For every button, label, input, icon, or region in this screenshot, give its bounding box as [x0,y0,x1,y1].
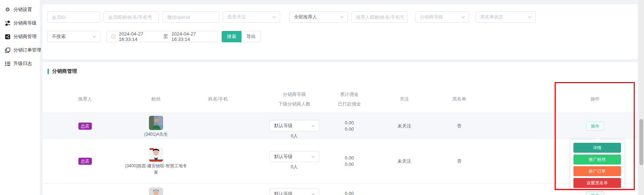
gear-icon: ⚙ [5,7,11,13]
section-title-bar [48,69,49,74]
fan-name: (3401)A先生 [144,131,168,137]
table-row: 总店 (3400)陈霞-建安物联-智慧工地专家 默认等级 0人 0.00 0.0… [43,139,638,184]
sidebar-item-distribution-settings[interactable]: ⚙ 分销设置 [0,3,40,16]
blacklist-status: 否 [433,139,486,183]
header-commission: 累计佣金已打款佣金 [323,85,376,113]
level-select[interactable]: 分销商等级 [415,11,469,23]
sidebar-item-distributor-management[interactable]: 分销商管理 [0,30,40,43]
filter-panel: 是否关注 全部推荐人 分销商等级 黑名单状态 不搜索 2024-04-27 16… [43,4,638,59]
referrer-badge: 总店 [78,123,92,130]
openid-input[interactable] [167,15,215,20]
sidebar-item-label: 分销商等级 [13,20,37,26]
member-id-input-wrap [47,11,100,23]
search-button[interactable]: 搜索 [222,31,242,42]
blacklist-status-select[interactable]: 黑名单状态 [476,11,536,23]
chevron-down-icon [311,192,315,195]
nickname-input[interactable] [108,15,155,20]
commission-paid: 0.00 [345,161,354,168]
row-action-button[interactable]: 操作 [586,121,604,131]
share-square-icon [5,34,11,40]
clock-icon [111,34,116,39]
vertical-scrollbar[interactable] [639,0,644,195]
blacklist-select-value: 黑名单状态 [480,14,503,20]
chevron-down-icon [92,34,96,39]
menu-item-set-blacklist[interactable]: 设置黑名单 [573,178,621,188]
referrer-name-input-wrap [351,11,407,23]
search-mode-value: 不搜索 [52,33,66,40]
date-range-picker[interactable]: 2024-04-27 16:33:14 至 2024-04-27 16:33:1… [106,31,217,42]
row-level-select[interactable]: 默认等级 [270,120,319,131]
avatar [149,147,163,162]
level-select-value: 分销商等级 [420,14,443,20]
header-actions: 操作 [555,85,635,113]
follow-select[interactable]: 是否关注 [223,11,280,23]
header-blacklist: 黑名单 [433,85,486,113]
header-level: 分销商等级下级分销商人数 [259,85,330,113]
chevron-down-icon [461,15,465,19]
copy-icon [5,47,11,53]
row-level-select[interactable]: 默认等级 [270,188,319,195]
sidebar-item-label: 分销订单管理 [13,47,41,53]
blacklist-status: 否 [433,113,486,139]
menu-item-promote-orders[interactable]: 推广订单 [573,166,621,176]
commission-total: 0.00 [345,190,354,195]
follow-status: 未关注 [378,113,431,139]
row-level-value: 默认等级 [274,123,293,129]
chevron-down-icon [311,155,315,159]
search-mode-select[interactable]: 不搜索 [47,31,100,42]
menu-item-promote-fans[interactable]: 推广粉丝 [573,155,621,164]
sidebar: ⚙ 分销设置 分销商等级 分销商管理 分销订单管理 升级日志 [0,0,40,195]
chevron-down-icon [528,15,532,19]
chevron-down-icon [340,15,344,19]
name-phone-cell [190,139,246,183]
follow-select-value: 是否关注 [227,14,246,20]
sidebar-item-distribution-orders[interactable]: 分销订单管理 [0,43,40,57]
date-separator: 至 [163,33,168,40]
row-level-value: 默认等级 [274,153,293,160]
sub-distributor-count: 0人 [291,133,298,139]
avatar [149,116,163,130]
scrollbar-thumb[interactable] [639,119,643,165]
commission-total: 0.00 [345,155,354,161]
header-fan: 粉丝 [122,85,190,113]
nickname-input-wrap [104,11,159,23]
commission-total: 0.00 [345,120,354,126]
row-level-select[interactable]: 默认等级 [270,151,319,162]
action-dropdown-menu: 详情 推广粉丝 推广订单 设置黑名单 [570,139,624,189]
openid-input-wrap [162,11,219,23]
referrer-name-input[interactable] [356,15,404,20]
referrer-select[interactable]: 全部推荐人 [289,11,348,23]
chevron-down-icon [311,124,315,128]
table-row: 总店 (3401)A先生 默认等级 0人 0.00 0.00 未关注 否 操作 [43,113,638,139]
sidebar-item-distributor-level[interactable]: 分销商等级 [0,16,40,30]
follow-status: 未关注 [378,139,431,183]
header-name-phone: 姓名/手机 [190,85,246,113]
table-header: 推荐人 粉丝 姓名/手机 分销商等级下级分销商人数 累计佣金已打款佣金 关注 黑… [43,85,638,113]
export-button[interactable]: 导出 [242,31,261,42]
date-start: 2024-04-27 16:33:14 [119,31,160,42]
sub-distributor-count: 0人 [291,164,298,170]
list-icon [5,61,11,67]
sidebar-item-label: 分销商管理 [13,33,37,40]
header-follow: 关注 [378,85,431,113]
member-id-input[interactable] [52,15,96,20]
table-row: 默认等级 0.00 操作 [43,184,638,195]
row-action-button[interactable]: 操作 [586,191,604,195]
date-end: 2024-04-27 16:33:14 [171,31,213,42]
sliders-icon [5,20,11,26]
menu-item-detail[interactable]: 详情 [573,143,621,153]
referrer-select-value: 全部推荐人 [294,14,317,20]
fan-name: (3400)陈霞-建安物联-智慧工地专家 [123,163,189,175]
sidebar-item-label: 升级日志 [13,60,32,67]
name-phone-cell [190,113,246,139]
referrer-badge: 总店 [78,158,92,165]
header-referrer: 推荐人 [51,85,119,113]
section-title: 分销商管理 [48,68,77,75]
commission-paid: 0.00 [345,126,354,132]
chevron-down-icon [272,15,276,19]
row-level-value: 默认等级 [274,191,293,195]
sidebar-item-label: 分销设置 [13,6,32,13]
sidebar-item-upgrade-log[interactable]: 升级日志 [0,57,40,70]
avatar [149,188,163,195]
section-title-text: 分销商管理 [52,68,77,75]
